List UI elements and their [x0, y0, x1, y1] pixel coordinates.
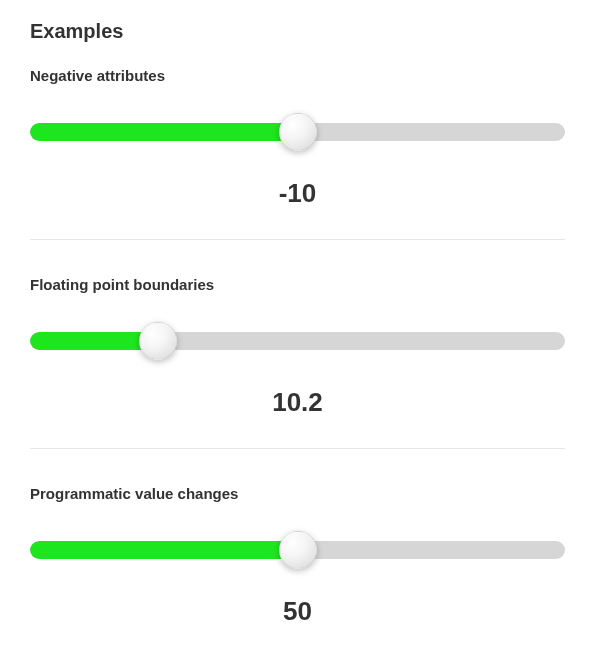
- divider: [30, 239, 565, 240]
- slider-value: 10.2: [30, 387, 565, 418]
- slider-value: 50: [30, 596, 565, 627]
- slider-value: -10: [30, 178, 565, 209]
- slider-handle[interactable]: [139, 322, 177, 360]
- example-programmatic: Programmatic value changes 50: [30, 485, 565, 627]
- slider-handle[interactable]: [279, 531, 317, 569]
- slider-programmatic[interactable]: [30, 530, 565, 570]
- slider-fill: [30, 541, 298, 559]
- page-title: Examples: [30, 20, 565, 43]
- example-floating-point: Floating point boundaries 10.2: [30, 276, 565, 418]
- slider-track: [30, 332, 565, 350]
- slider-label: Floating point boundaries: [30, 276, 565, 293]
- divider: [30, 448, 565, 449]
- slider-floating[interactable]: [30, 321, 565, 361]
- slider-negative[interactable]: [30, 112, 565, 152]
- example-negative-attributes: Negative attributes -10: [30, 67, 565, 209]
- slider-label: Negative attributes: [30, 67, 565, 84]
- slider-label: Programmatic value changes: [30, 485, 565, 502]
- slider-handle[interactable]: [279, 113, 317, 151]
- slider-fill: [30, 123, 298, 141]
